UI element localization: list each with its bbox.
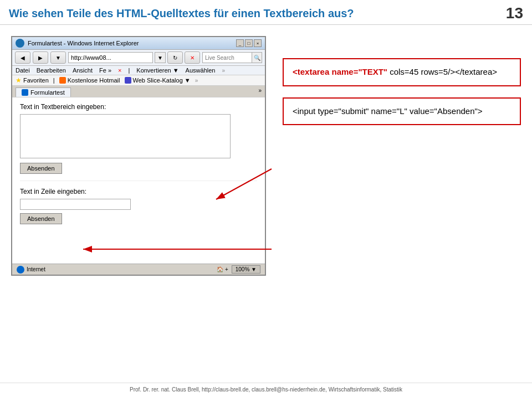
address-bar[interactable] <box>68 52 153 63</box>
refresh-icon: ↻ <box>173 55 177 61</box>
status-globe-icon <box>17 266 24 274</box>
minimize-button[interactable]: _ <box>236 39 244 47</box>
status-left: Internet <box>17 266 45 274</box>
fav-separator: | <box>53 77 55 84</box>
close-tab-icon[interactable]: × <box>118 67 121 74</box>
window-controls: _ □ × <box>236 39 262 47</box>
browser-title: Formulartest - Windows Internet Explorer <box>28 40 139 47</box>
dropdown-button[interactable]: ▼ <box>50 51 66 64</box>
browser-nav-toolbar: ◀ ▶ ▼ ▼ ↻ ✕ 🔍 <box>12 50 265 66</box>
submit-button-1[interactable]: Absenden <box>20 163 62 174</box>
address-go-button[interactable]: ▼ <box>155 52 166 63</box>
ie-logo-icon <box>16 39 24 48</box>
address-bar-container: ▼ ↻ ✕ <box>68 51 200 64</box>
main-content: Formulartest - Windows Internet Explorer… <box>0 25 532 276</box>
stop-button[interactable]: ✕ <box>185 51 200 64</box>
back-button[interactable]: ◀ <box>15 51 30 64</box>
status-text: Internet <box>27 266 45 272</box>
menu-convert[interactable]: Konvertieren ▼ <box>136 67 178 74</box>
annotations-panel: <textarea name="TEXT" cols=45 rows=5/></… <box>283 36 521 276</box>
browser-window: Formulartest - Windows Internet Explorer… <box>11 36 266 276</box>
forward-button[interactable]: ▶ <box>33 51 48 64</box>
textarea-label: Text in Textbereich eingeben: <box>20 103 257 111</box>
close-button[interactable]: × <box>254 39 262 47</box>
tab-label: Formulartest <box>30 89 65 96</box>
status-right: 🏠 + 100% ▼ <box>217 265 260 274</box>
stop-icon: ✕ <box>190 55 195 61</box>
annotation-2-text: <input type="submit" name="L" value="Abs… <box>293 106 483 116</box>
browser-content: Text in Textbereich eingeben: Absenden T… <box>12 97 265 264</box>
page-number: 13 <box>506 4 523 22</box>
browser-statusbar: Internet 🏠 + 100% ▼ <box>12 264 265 275</box>
back-icon: ◀ <box>21 55 25 61</box>
menu-fe[interactable]: Fe » <box>99 67 111 74</box>
browser-tab-formulartest[interactable]: Formulartest <box>16 87 71 97</box>
text-input-field[interactable] <box>20 199 131 210</box>
submit-button-2[interactable]: Absenden <box>20 213 62 224</box>
browser-menubar: Datei Bearbeiten Ansicht Fe » × | Konver… <box>12 66 265 75</box>
annotation-box-2: <input type="submit" name="L" value="Abs… <box>283 97 521 126</box>
form-divider <box>20 181 257 181</box>
menu-select[interactable]: Auswählen <box>186 67 216 74</box>
tab-favicon <box>22 89 28 96</box>
annotation-1-rest: cols=45 rows=5/></textarea> <box>387 67 497 76</box>
tabs-more-icon[interactable]: » <box>258 87 262 97</box>
webslice-icon <box>125 77 131 84</box>
fav-webslice[interactable]: Web Slice-Katalog ▼ <box>125 77 191 84</box>
annotation-box-1: <textarea name="TEXT" cols=45 rows=5/></… <box>283 58 521 86</box>
zoom-level[interactable]: 100% ▼ <box>232 265 260 274</box>
hotmail-icon <box>59 77 66 84</box>
menu-file[interactable]: Datei <box>16 67 30 74</box>
browser-tabbar: Formulartest » <box>12 86 265 97</box>
annotation-1-highlight: <textarea name="TEXT" <box>293 67 387 76</box>
menu-view[interactable]: Ansicht <box>73 67 93 74</box>
more-icon: » <box>222 68 225 74</box>
forward-icon: ▶ <box>38 55 43 61</box>
status-icons: 🏠 + <box>217 266 228 272</box>
search-input[interactable] <box>202 52 252 63</box>
text-input-label: Text in Zeile eingeben: <box>20 188 257 195</box>
page-title: Wie sehen Teile des HTML-Quelltextes für… <box>9 7 354 20</box>
fav-favorites[interactable]: ★ Favoriten <box>16 76 49 84</box>
star-icon: ★ <box>16 76 22 84</box>
maximize-button[interactable]: □ <box>245 39 253 47</box>
menu-separator: | <box>128 67 130 74</box>
textarea-field[interactable] <box>20 114 231 158</box>
page-footer: Prof. Dr. rer. nat. Claus Brell, http://… <box>0 383 532 393</box>
favbar-more-icon: » <box>195 78 198 84</box>
fav-hotmail[interactable]: Kostenlose Hotmail <box>59 77 120 84</box>
page-header: Wie sehen Teile des HTML-Quelltextes für… <box>0 0 532 25</box>
browser-favbar: ★ Favoriten | Kostenlose Hotmail Web Sli… <box>12 75 265 86</box>
refresh-button[interactable]: ↻ <box>167 51 183 64</box>
search-button[interactable]: 🔍 <box>252 52 262 63</box>
browser-titlebar: Formulartest - Windows Internet Explorer… <box>12 37 265 50</box>
menu-edit[interactable]: Bearbeiten <box>37 67 66 74</box>
footer-text: Prof. Dr. rer. nat. Claus Brell, http://… <box>130 386 402 393</box>
search-bar-container: 🔍 <box>202 52 262 63</box>
